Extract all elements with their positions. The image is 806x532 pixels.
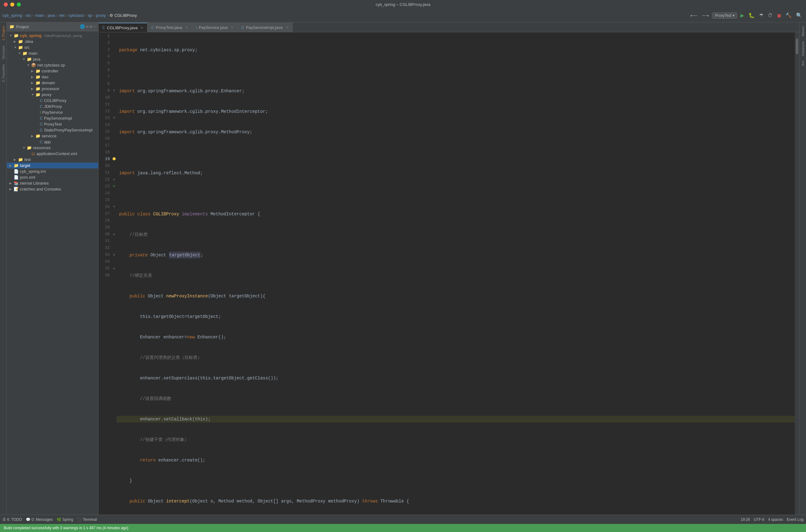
src-folder-icon: 📁 xyxy=(18,45,23,50)
breadcrumb-cyb-spring[interactable]: cyb_spring xyxy=(2,13,22,18)
sidebar-item-payserviceimpl[interactable]: C PayServiceImpl xyxy=(7,115,98,121)
messages-tab[interactable]: 💬 0: Messages xyxy=(26,517,53,522)
payserviceimpl-tab-icon: C xyxy=(241,25,244,30)
breadcrumb-java[interactable]: java xyxy=(48,13,55,18)
breadcrumb-cybclass[interactable]: cybclass xyxy=(68,13,84,18)
breakpoint-19[interactable] xyxy=(113,157,116,160)
profile-button[interactable]: ⏱ xyxy=(767,12,774,19)
sidebar-item-test[interactable]: ▶ 📁 test xyxy=(7,157,98,163)
sidebar-item-resources[interactable]: ▼ 📁 resources xyxy=(7,145,98,151)
sidebar-item-main[interactable]: ▼ 📁 main xyxy=(7,50,98,56)
sidebar-item-cyb-spring[interactable]: ▼ 📁 cyb_spring ~/IdeaProjects/cyb_spring xyxy=(7,33,98,39)
todo-tab[interactable]: ☰ 6: TODO xyxy=(2,517,22,522)
breadcrumb-sp[interactable]: sp xyxy=(88,13,92,18)
maven-tab[interactable]: Maven xyxy=(801,24,805,39)
ln-15: 15 xyxy=(98,129,112,134)
sidebar-item-java[interactable]: ▼ 📁 java xyxy=(7,56,98,62)
sidebar-item-iml[interactable]: 📄 cyb_spring.iml xyxy=(7,168,98,174)
code-editor[interactable]: 1 2 3 4 5 6 7 8 9▼ 10 11 12 13▼ 14 15 16… xyxy=(98,32,799,515)
terminal-tab[interactable]: ⬛ Terminal xyxy=(77,517,97,522)
vertical-scrollbar[interactable] xyxy=(795,32,799,515)
maximize-button[interactable] xyxy=(17,2,21,6)
structure-tab[interactable]: Structure xyxy=(1,44,6,61)
tab-proxytest[interactable]: C ProxyTest.java ✕ xyxy=(147,23,192,32)
sidebar-item-staticproxy[interactable]: C StaticProxyPayServiceImpl xyxy=(7,127,98,133)
spring-tab[interactable]: 🌿 Spring xyxy=(57,517,73,522)
sidebar-settings-icon[interactable]: ⚙ xyxy=(90,24,92,29)
build-button[interactable]: 🔨 xyxy=(784,12,793,19)
breadcrumb-src[interactable]: src xyxy=(26,13,31,18)
close-button[interactable] xyxy=(4,2,8,6)
sidebar-item-ext-libs[interactable]: ▶ 📚 xternal Libraries xyxy=(7,180,98,186)
java-folder-icon: 📁 xyxy=(27,57,32,61)
navigate-forward-button[interactable]: ⟶ xyxy=(701,12,710,19)
sidebar-collapse-icon[interactable]: — xyxy=(93,24,96,29)
run-config-selector[interactable]: ProxyTest ▾ xyxy=(712,13,737,19)
sidebar-sync-icon[interactable]: ⇄ xyxy=(86,24,89,29)
xml-icon: 🗂 xyxy=(31,151,35,156)
tab-payserviceimpl[interactable]: C PayServiceImpl.java ✕ xyxy=(238,23,292,32)
project-tab[interactable]: 1: Project xyxy=(1,25,6,42)
favorites-tab[interactable]: 2: Favorites xyxy=(1,63,6,83)
sidebar-item-idea[interactable]: ▶ 📁 .idea xyxy=(7,39,98,44)
spring-icon: 🌿 xyxy=(57,517,61,522)
breadcrumb-cglibproxy[interactable]: ⚙ CGLIBProxy xyxy=(109,13,137,18)
code-line-9: public class CGLIBProxy implements Metho… xyxy=(116,211,795,217)
sidebar-item-appcontext[interactable]: 🗂 applicationContext.xml xyxy=(7,151,98,157)
cglibproxy-icon: C xyxy=(40,98,42,103)
sidebar-item-servicce[interactable]: ▶ 📁 servicce xyxy=(7,133,98,139)
ln-31: 31 xyxy=(98,239,112,243)
minimize-button[interactable] xyxy=(10,2,14,6)
ln-18: 18 xyxy=(98,150,112,154)
search-button[interactable]: 🔍 xyxy=(795,12,804,19)
sidebar-item-dao[interactable]: ▶ 📁 dao xyxy=(7,74,98,80)
sidebar-item-proxytest[interactable]: C ProxyTest xyxy=(7,121,98,127)
code-line-7: import java.lang.reflect.Method; xyxy=(116,170,795,176)
gutter-9: ▼ xyxy=(112,89,116,92)
ln-6: 6 xyxy=(98,68,112,72)
stop-button[interactable]: ◼ xyxy=(776,12,782,19)
payserviceimpl-tab-close[interactable]: ✕ xyxy=(286,25,289,30)
cglibproxy-tab-close[interactable]: ✕ xyxy=(141,26,143,30)
database-tab[interactable]: Database xyxy=(801,39,805,58)
sidebar-item-jdkproxy[interactable]: C JDKProxy xyxy=(7,103,98,109)
breadcrumb-net[interactable]: net xyxy=(59,13,65,18)
code-content[interactable]: package net.cybclass.sp.proxy; import or… xyxy=(116,32,795,515)
breadcrumb-main[interactable]: main xyxy=(35,13,44,18)
payservice-tab-close[interactable]: ✕ xyxy=(231,25,234,30)
tab-payservice[interactable]: I PayService.java ✕ xyxy=(192,23,238,32)
scrollbar-thumb[interactable] xyxy=(796,39,798,54)
navigate-back-button[interactable]: ⟵ xyxy=(689,12,699,19)
event-log-tab[interactable]: Event Log xyxy=(787,517,804,522)
ant-tab[interactable]: Ant xyxy=(801,58,805,69)
code-line-21: return enhancer.create(); xyxy=(116,457,795,464)
staticproxy-icon: C xyxy=(40,128,42,132)
cglibproxy-tab-label: CGLIBProxy.java xyxy=(107,25,138,30)
sidebar-item-controller[interactable]: ▶ 📁 controller xyxy=(7,68,98,74)
ln-4: 4 xyxy=(98,54,112,59)
proxytest-tab-close[interactable]: ✕ xyxy=(185,25,188,30)
sidebar-item-scratches[interactable]: ▶ 📝 cratches and Consoles xyxy=(7,186,98,192)
gutter-23: ⚙ xyxy=(112,184,116,188)
sidebar-item-src[interactable]: ▼ 📁 src xyxy=(7,44,98,50)
code-line-10: //目标类 xyxy=(116,231,795,238)
sidebar-item-app[interactable]: C app xyxy=(7,139,98,145)
ln-34: 34 xyxy=(98,259,112,264)
run-button[interactable]: ▶ xyxy=(739,12,745,19)
breadcrumb-proxy[interactable]: proxy xyxy=(96,13,106,18)
sidebar-item-payservice[interactable]: I PayService xyxy=(7,109,98,115)
coverage-button[interactable]: ☂ xyxy=(758,12,765,19)
sidebar-item-pom[interactable]: 📄 pom.xml xyxy=(7,174,98,180)
sidebar-item-proxy[interactable]: ▼ 📁 proxy xyxy=(7,92,98,98)
debug-button[interactable]: 🐛 xyxy=(747,12,756,19)
sidebar-globe-icon[interactable]: 🌐 xyxy=(80,24,85,29)
tab-cglibproxy[interactable]: C CGLIBProxy.java ✕ xyxy=(98,23,147,32)
sidebar-item-processor[interactable]: ▶ 📁 processor xyxy=(7,86,98,92)
idea-label: .idea xyxy=(24,39,33,44)
traffic-lights xyxy=(4,2,21,6)
sidebar-item-target[interactable]: ▶ 📁 target xyxy=(7,163,98,168)
sidebar-item-net-cybclass-sp[interactable]: ▼ 📦 net.cybclass.sp xyxy=(7,62,98,68)
sidebar-item-cglibproxy[interactable]: C CGLIBProxy xyxy=(7,98,98,103)
ln-23: 23 xyxy=(98,184,112,189)
sidebar-item-domain[interactable]: ▶ 📁 domain xyxy=(7,80,98,86)
